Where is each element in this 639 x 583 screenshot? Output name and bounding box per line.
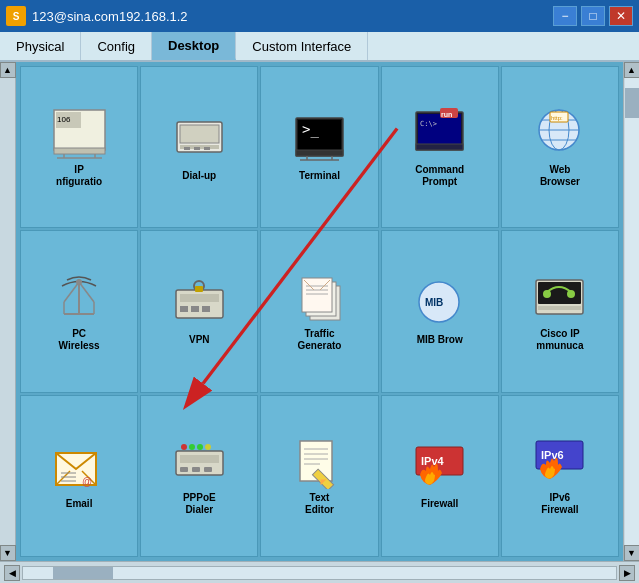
icon-label-traffic: TrafficGenerato <box>298 328 342 352</box>
svg-rect-61 <box>538 306 581 310</box>
icon-label-dialup: Dial-up <box>182 170 216 182</box>
icon-label-cisco: Cisco IPmmunuca <box>536 328 583 352</box>
svg-rect-46 <box>195 286 203 292</box>
icon-terminal[interactable]: >_ Terminal <box>260 66 378 228</box>
icon-label-ip-config: IPnfiguratio <box>56 164 102 188</box>
svg-rect-75 <box>180 467 188 472</box>
icon-label-command: CommandPrompt <box>415 164 464 188</box>
scroll-up-right-button[interactable]: ▲ <box>624 62 640 78</box>
svg-rect-43 <box>191 306 199 312</box>
svg-rect-3 <box>54 148 105 154</box>
svg-rect-8 <box>180 125 219 143</box>
scroll-up-button[interactable]: ▲ <box>0 62 16 78</box>
icon-traffic[interactable]: TrafficGenerato <box>260 230 378 392</box>
svg-rect-11 <box>194 147 200 150</box>
icon-dialup[interactable]: Dial-up <box>140 66 258 228</box>
svg-text:106: 106 <box>57 115 71 124</box>
icon-ip-config[interactable]: 106 IPnfiguratio <box>20 66 138 228</box>
icon-label-terminal: Terminal <box>299 170 340 182</box>
icon-wireless[interactable]: PCWireless <box>20 230 138 392</box>
minimize-button[interactable]: − <box>553 6 577 26</box>
svg-line-35 <box>64 282 79 302</box>
scrollbar-left: ▲ ▼ <box>0 62 16 561</box>
tab-physical[interactable]: Physical <box>0 32 81 60</box>
app-icon: S <box>6 6 26 26</box>
status-bar: ◀ ▶ <box>0 561 639 583</box>
icon-label-pppoe: PPPoEDialer <box>183 492 216 516</box>
icon-label-web: WebBrowser <box>540 164 580 188</box>
menu-bar: Physical Config Desktop Custom Interface <box>0 32 639 62</box>
icon-pppoe[interactable]: PPPoEDialer <box>140 395 258 557</box>
scroll-right-button[interactable]: ▶ <box>619 565 635 581</box>
tab-custom[interactable]: Custom Interface <box>236 32 368 60</box>
icon-grid: 106 IPnfiguratio Di <box>16 62 623 561</box>
scroll-left-button[interactable]: ◀ <box>4 565 20 581</box>
close-button[interactable]: ✕ <box>609 6 633 26</box>
svg-text:run: run <box>441 111 452 118</box>
icon-vpn[interactable]: VPN <box>140 230 258 392</box>
icon-firewall[interactable]: IPv4 Firewall <box>381 395 499 557</box>
svg-rect-12 <box>204 147 210 150</box>
svg-rect-44 <box>202 306 210 312</box>
svg-point-39 <box>76 279 82 285</box>
title-bar: S 123@sina.com192.168.1.2 − □ ✕ <box>0 0 639 32</box>
icon-mib[interactable]: MIB MIB Brow <box>381 230 499 392</box>
horizontal-scroll-track[interactable] <box>22 566 617 580</box>
icon-label-email: Email <box>66 498 93 510</box>
icon-text-editor[interactable]: TextEditor <box>260 395 378 557</box>
scroll-down-button[interactable]: ▼ <box>0 545 16 561</box>
svg-rect-23 <box>416 144 463 150</box>
horizontal-scroll-thumb[interactable] <box>53 567 113 579</box>
svg-line-36 <box>79 282 94 302</box>
icon-cisco[interactable]: Cisco IPmmunuca <box>501 230 619 392</box>
maximize-button[interactable]: □ <box>581 6 605 26</box>
svg-point-60 <box>567 290 575 298</box>
svg-rect-41 <box>180 294 219 302</box>
svg-text:@: @ <box>82 476 92 487</box>
icon-label-firewall: Firewall <box>421 498 458 510</box>
svg-rect-42 <box>180 306 188 312</box>
icon-label-mib: MIB Brow <box>417 334 463 346</box>
icon-ipv6-firewall[interactable]: IPv6 IPv6Firewall <box>501 395 619 557</box>
svg-point-72 <box>189 444 195 450</box>
svg-point-73 <box>197 444 203 450</box>
svg-text:http:: http: <box>551 115 563 121</box>
icon-label-wireless: PCWireless <box>59 328 100 352</box>
svg-rect-77 <box>204 467 212 472</box>
icon-command[interactable]: C:\> run CommandPrompt <box>381 66 499 228</box>
scroll-down-right-button[interactable]: ▼ <box>624 545 640 561</box>
svg-point-71 <box>181 444 187 450</box>
svg-text:C:\>: C:\> <box>420 120 437 128</box>
svg-point-74 <box>205 444 211 450</box>
icon-label-vpn: VPN <box>189 334 210 346</box>
svg-rect-76 <box>192 467 200 472</box>
svg-rect-70 <box>180 455 219 463</box>
svg-text:>_: >_ <box>302 121 319 138</box>
tab-desktop[interactable]: Desktop <box>152 32 236 60</box>
svg-rect-10 <box>184 147 190 150</box>
icon-web[interactable]: http: WebBrowser <box>501 66 619 228</box>
svg-text:MIB: MIB <box>425 297 443 308</box>
svg-rect-16 <box>296 150 343 156</box>
scrollbar-right: ▲ ▼ <box>623 62 639 561</box>
window-title: 123@sina.com192.168.1.2 <box>32 9 188 24</box>
icon-label-text: TextEditor <box>305 492 334 516</box>
svg-rect-21 <box>418 114 461 144</box>
icon-email[interactable]: @ Email <box>20 395 138 557</box>
tab-config[interactable]: Config <box>81 32 152 60</box>
icon-label-ipv6-firewall: IPv6Firewall <box>541 492 578 516</box>
svg-point-59 <box>543 290 551 298</box>
